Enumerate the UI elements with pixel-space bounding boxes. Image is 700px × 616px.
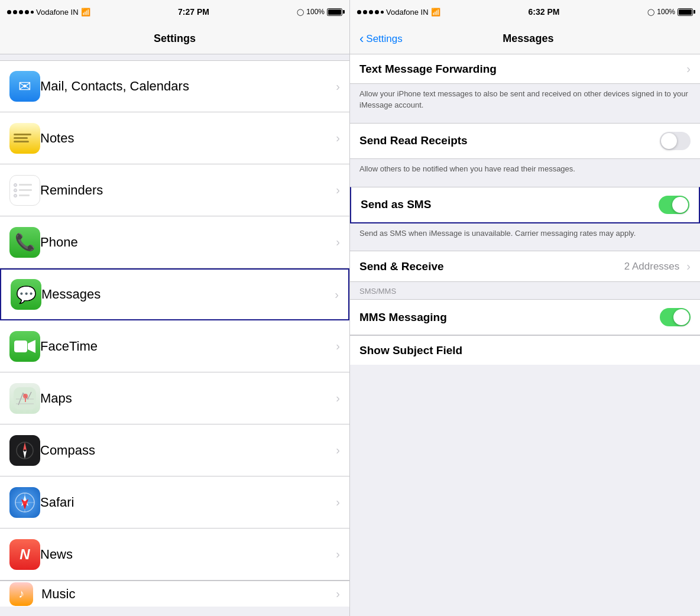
svg-marker-6 [23, 442, 27, 450]
send-read-receipts-row[interactable]: Send Read Receipts [350, 123, 700, 159]
reminders-chevron: › [336, 183, 340, 197]
reminders-label: Reminders [40, 183, 331, 198]
settings-item-reminders[interactable]: Reminders › [0, 164, 349, 216]
notes-line-1 [14, 134, 31, 135]
read-receipts-desc-text: Allow others to be notified when you hav… [359, 164, 575, 173]
send-read-receipts-toggle[interactable] [660, 132, 691, 150]
sms-mms-header-text: SMS/MMS [359, 287, 396, 296]
settings-item-mail[interactable]: ✉ Mail, Contacts, Calendars › [0, 60, 349, 112]
svg-marker-7 [23, 450, 27, 459]
send-receive-row[interactable]: Send & Receive 2 Addresses › [350, 251, 700, 282]
notes-chevron: › [336, 131, 340, 145]
read-receipts-description: Allow others to be notified when you hav… [350, 159, 700, 181]
send-read-receipts-knob [661, 133, 677, 149]
left-nav-bar: Settings [0, 24, 349, 54]
news-label: News [40, 547, 331, 562]
forwarding-description: Allow your iPhone text messages to also … [350, 84, 700, 117]
rem-dot-3 [14, 194, 17, 197]
mail-chevron: › [336, 80, 340, 93]
maps-svg [14, 387, 36, 410]
settings-item-compass[interactable]: Compass › [0, 424, 349, 476]
right-nav-title: Messages [407, 33, 649, 45]
rem-row-2 [14, 189, 32, 192]
mail-icon: ✉ [9, 71, 40, 102]
compass-icon [9, 435, 40, 466]
send-read-receipts-title: Send Read Receipts [359, 134, 468, 147]
dot5 [31, 11, 34, 14]
left-nav-title: Settings [154, 33, 196, 45]
send-as-sms-toggle[interactable] [659, 196, 689, 214]
settings-item-messages[interactable]: 💬 Messages › [0, 268, 349, 320]
gps-icon: ◯ [297, 8, 304, 16]
compass-label: Compass [40, 443, 331, 458]
mms-messaging-toggle[interactable] [660, 308, 691, 326]
right-panel: Vodafone IN 📶 6:32 PM ◯ 100% ‹ Settings … [350, 0, 700, 616]
safari-label: Safari [40, 495, 331, 510]
safari-icon [9, 487, 40, 518]
rdot4 [375, 10, 379, 14]
settings-item-phone[interactable]: 📞 Phone › [0, 216, 349, 268]
settings-list: ✉ Mail, Contacts, Calendars › Notes › [0, 54, 349, 616]
rem-line-3 [19, 194, 30, 196]
send-as-sms-description: Send as SMS when iMessage is unavailable… [350, 223, 700, 245]
send-as-sms-row[interactable]: Send as SMS [350, 187, 700, 223]
messages-chevron: › [335, 288, 339, 301]
rem-dot-1 [14, 183, 17, 187]
notes-line-2 [14, 137, 28, 139]
mail-label: Mail, Contacts, Calendars [40, 79, 331, 94]
settings-item-safari[interactable]: Safari › [0, 476, 349, 529]
mms-messaging-knob [673, 309, 689, 325]
right-status-left: Vodafone IN 📶 [357, 8, 440, 17]
rdot1 [357, 10, 361, 14]
dot1 [7, 10, 11, 14]
send-as-sms-knob [672, 197, 688, 213]
phone-icon: 📞 [9, 227, 40, 258]
back-label: Settings [366, 33, 402, 45]
left-time: 7:27 PM [178, 7, 209, 17]
right-battery-pct: 100% [657, 8, 675, 16]
right-battery-icon [678, 8, 693, 16]
battery-icon [327, 8, 342, 16]
notes-icon [9, 123, 40, 154]
text-forwarding-row[interactable]: Text Message Forwarding › [350, 54, 700, 84]
messages-icon: 💬 [11, 279, 41, 310]
right-status-right: ◯ 100% [647, 8, 693, 16]
back-button[interactable]: ‹ Settings [359, 31, 403, 47]
settings-item-maps[interactable]: Maps › [0, 372, 349, 424]
rem-row-3 [14, 194, 30, 197]
music-icon: ♪ [9, 582, 33, 606]
svg-point-3 [23, 394, 28, 398]
mms-messaging-row[interactable]: MMS Messaging [350, 299, 700, 335]
rem-row-1 [14, 183, 32, 187]
right-gps-icon: ◯ [647, 8, 654, 16]
sms-mms-header: SMS/MMS [350, 282, 700, 299]
send-receive-value: 2 Addresses › [624, 260, 691, 273]
right-battery-fill [679, 9, 692, 15]
rem-line-2 [19, 189, 32, 191]
signal-dots [7, 10, 34, 14]
reminders-icon [9, 175, 40, 206]
show-subject-row[interactable]: Show Subject Field [350, 335, 700, 365]
right-carrier: Vodafone IN [386, 8, 429, 17]
settings-item-news[interactable]: N News › [0, 529, 349, 581]
settings-item-notes[interactable]: Notes › [0, 112, 349, 164]
send-receive-chevron: › [686, 260, 691, 273]
notes-label: Notes [40, 131, 331, 146]
send-receive-title: Send & Receive [359, 260, 444, 273]
svg-rect-2 [14, 387, 36, 410]
wifi-icon: 📶 [81, 8, 90, 17]
send-receive-value-text: 2 Addresses [624, 261, 680, 273]
settings-item-music-partial[interactable]: ♪ Music › [0, 581, 349, 607]
settings-item-facetime[interactable]: FaceTime › [0, 320, 349, 372]
maps-chevron: › [336, 391, 340, 405]
show-subject-title: Show Subject Field [359, 344, 462, 357]
facetime-svg [14, 339, 35, 354]
send-as-sms-desc-text: Send as SMS when iMessage is unavailable… [359, 229, 636, 238]
text-forwarding-title: Text Message Forwarding [359, 63, 497, 76]
news-chevron: › [336, 547, 340, 561]
facetime-chevron: › [336, 339, 340, 353]
battery-pct: 100% [306, 8, 325, 16]
safari-svg [14, 492, 35, 513]
mms-messaging-title: MMS Messaging [359, 311, 447, 324]
dot2 [13, 10, 17, 14]
